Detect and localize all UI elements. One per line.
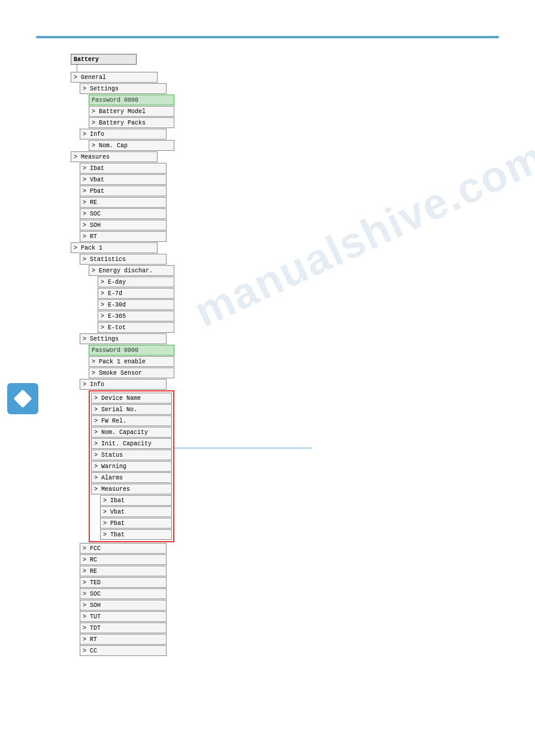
diamond-icon[interactable] [7,383,38,414]
node-settings-1[interactable]: > Settings [80,83,167,94]
node-fw-rel[interactable]: > FW Rel. [91,415,172,426]
node-pack1[interactable]: > Pack 1 [71,242,158,253]
node-e7d[interactable]: > E-7d [98,288,174,299]
tree-container: Battery > General > Settings Password 00… [71,54,174,656]
node-e365[interactable]: > E-365 [98,311,174,321]
node-init-capacity[interactable]: > Init. Capacity [91,438,172,449]
node-soc-pack1[interactable]: > SOC [80,588,167,599]
node-password-pack1[interactable]: Password 0000 [89,345,174,356]
node-pbat-pack1[interactable]: > Pbat [100,518,172,529]
node-settings-pack1[interactable]: > Settings [80,333,167,344]
node-serial-no[interactable]: > Serial No. [91,404,172,415]
node-eday[interactable]: > E-day [98,277,174,287]
diamond-inner-shape [13,389,32,408]
node-rt-pack1[interactable]: > RT [80,634,167,645]
node-soh-top[interactable]: > SOH [80,220,167,230]
node-cc[interactable]: > CC [80,645,167,656]
node-ibat-pack1[interactable]: > Ibat [100,495,172,506]
node-smoke-sensor[interactable]: > Smoke Sensor [89,368,174,378]
node-tbat-pack1[interactable]: > Tbat [100,529,172,540]
sub-settings-1: Password 0000 > Battery Model > Battery … [89,95,174,128]
node-rt-top[interactable]: > RT [80,231,167,242]
node-vbat-pack1[interactable]: > Vbat [100,506,172,517]
node-info-1[interactable]: > Info [80,129,167,139]
node-nom-cap[interactable]: > Nom. Cap [89,140,174,151]
node-energy-dischar[interactable]: > Energy dischar. [89,265,174,276]
node-password-1[interactable]: Password 0000 [89,95,174,105]
node-statistics[interactable]: > Statistics [80,254,167,265]
node-alarms[interactable]: > Alarms [91,472,172,483]
node-measures-pack1[interactable]: > Measures [91,484,172,494]
sub-statistics: > Energy dischar. > E-day > E-7d > E-30d… [89,265,174,333]
connector-root [77,65,77,72]
node-battery[interactable]: Battery [71,54,137,65]
node-soh-pack1[interactable]: > SOH [80,600,167,611]
node-pack1-enable[interactable]: > Pack 1 enable [89,356,174,367]
sub-pack1: > Statistics > Energy dischar. > E-day >… [80,254,174,656]
node-ibat-top[interactable]: > Ibat [80,163,167,174]
node-warning[interactable]: > Warning [91,461,172,472]
node-e30d[interactable]: > E-30d [98,299,174,310]
node-pbat-top[interactable]: > Pbat [80,186,167,196]
sub-measures-top: > Ibat > Vbat > Pbat > RE > SOC > SOH > … [80,163,174,242]
top-bar [36,36,499,38]
sub-settings-pack1: Password 0000 > Pack 1 enable > Smoke Se… [89,345,174,378]
blue-underline [174,448,312,448]
node-vbat-top[interactable]: > Vbat [80,174,167,185]
sub-info-1: > Nom. Cap [89,140,174,151]
node-re-top[interactable]: > RE [80,197,167,208]
node-battery-model[interactable]: > Battery Model [89,106,174,117]
nodes-list: > General > Settings Password 0000 > Bat… [71,72,174,656]
node-status[interactable]: > Status [91,450,172,460]
sub-energy: > E-day > E-7d > E-30d > E-365 > E-tot [98,277,174,333]
sub-measures-pack1: > Ibat > Vbat > Pbat > Tbat [100,495,172,540]
sub-general: > Settings Password 0000 > Battery Model… [80,83,174,151]
node-info-pack1[interactable]: > Info [80,379,167,390]
node-etot[interactable]: > E-tot [98,322,174,333]
node-ted[interactable]: > TED [80,577,167,588]
node-fcc[interactable]: > FCC [80,543,167,554]
node-device-name[interactable]: > Device Name [91,393,172,403]
node-soc-top[interactable]: > SOC [80,208,167,219]
node-rc[interactable]: > RC [80,554,167,565]
node-battery-packs[interactable]: > Battery Packs [89,117,174,128]
node-tdt[interactable]: > TDT [80,623,167,633]
node-re-pack1[interactable]: > RE [80,566,167,576]
node-nom-capacity[interactable]: > Nom. Capacity [91,427,172,438]
watermark: manualshive.com [187,132,535,336]
node-tut[interactable]: > TUT [80,611,167,622]
node-general[interactable]: > General [71,72,158,83]
sub-info-pack1-highlighted: > Device Name > Serial No. > FW Rel. > N… [89,390,174,542]
node-measures-top[interactable]: > Measures [71,151,158,162]
